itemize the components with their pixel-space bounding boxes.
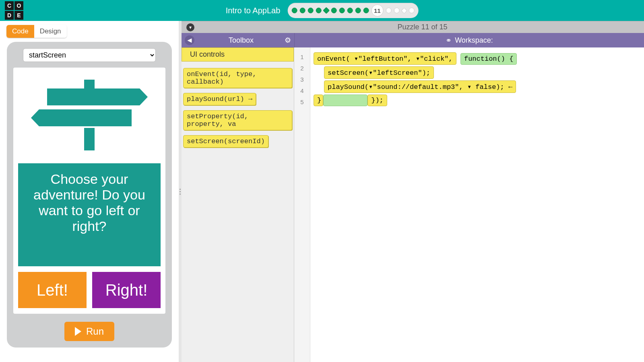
progress-dot[interactable] [308,8,313,13]
tab-code[interactable]: Code [6,25,34,38]
phone-screen: Choose your adventure! Do you want to go… [13,68,165,314]
progress-dot[interactable] [291,8,297,13]
progress-diamond[interactable] [401,7,407,14]
link-icon: ⚭ [446,36,452,45]
progress-dot[interactable] [363,8,369,13]
puzzle-banner: ▾ Puzzle 11 of 15 [182,21,644,33]
run-button[interactable]: Run [64,322,114,341]
progress-dot[interactable] [347,8,353,13]
code-function[interactable]: function() { [460,53,517,65]
logo-d: D [5,11,14,20]
progress-dot[interactable] [331,8,336,13]
toolbox-title: Toolbox [198,36,285,45]
block-onevent[interactable]: onEvent(id, type, callback) [183,68,292,88]
progress-dot[interactable] [394,8,399,13]
run-label: Run [86,326,104,337]
view-tabs: Code Design [6,25,67,38]
progress-dot[interactable] [409,8,414,13]
workspace-title: Workspace: [455,36,493,45]
progress-current[interactable]: 11 [371,4,383,16]
progress-dot[interactable] [339,8,345,13]
progress-diamond[interactable] [323,7,330,14]
tab-design[interactable]: Design [34,25,67,38]
collapse-icon[interactable]: ▾ [186,23,194,31]
resize-grip[interactable] [179,21,182,362]
play-icon [75,327,81,336]
logo-o: O [14,1,23,10]
logo-e: E [14,11,23,20]
right-button[interactable]: Right! [92,272,161,308]
workspace-header: ⚭ Workspace: [294,33,644,47]
screen-select[interactable]: startScreen [23,48,156,62]
phone-frame: startScreen Choose your adventure! Do yo… [7,42,172,348]
toolbox-panel: UI controls onEvent(id, type, callback) … [182,47,294,362]
toolbox-category[interactable]: UI controls [182,47,294,62]
page-title: Intro to AppLab [226,6,281,15]
toolbox-header: ◄ Toolbox ⚙ [182,33,294,47]
progress-dot[interactable] [355,8,361,13]
block-playsound[interactable]: playSound(url) → [183,93,256,105]
code-setscreen[interactable]: setScreen(▾"leftScreen"); [324,66,434,79]
workspace-panel: 1 2 3 4 5 onEvent( ▾"leftButton", ▾"clic… [294,47,644,362]
logo-c: C [5,1,14,10]
block-setproperty[interactable]: setProperty(id, property, va [183,110,292,130]
line-gutter: 1 2 3 4 5 [294,47,310,362]
code-area[interactable]: onEvent( ▾"leftButton", ▾"click", functi… [310,47,644,362]
progress-dot[interactable] [316,8,321,13]
code-onevent[interactable]: onEvent( ▾"leftButton", ▾"click", [314,52,456,65]
code-playsound[interactable]: playSound(▾"sound://default.mp3", ▾ fals… [324,80,516,93]
logo[interactable]: C O D E [5,1,23,20]
gear-icon[interactable]: ⚙ [285,36,291,45]
progress-dot[interactable] [386,8,391,13]
block-setscreen[interactable]: setScreen(screenId) [183,135,268,148]
signpost-image [18,80,161,150]
code-close-brace[interactable]: } [314,95,323,106]
back-icon[interactable]: ◄ [185,35,194,45]
progress-dot[interactable] [299,8,305,13]
progress-bar: 11 [287,3,418,18]
code-close[interactable]: }); [367,95,387,106]
prompt-text: Choose your adventure! Do you want to go… [18,163,161,266]
code-empty-slot[interactable] [323,95,367,106]
left-button[interactable]: Left! [18,272,87,308]
